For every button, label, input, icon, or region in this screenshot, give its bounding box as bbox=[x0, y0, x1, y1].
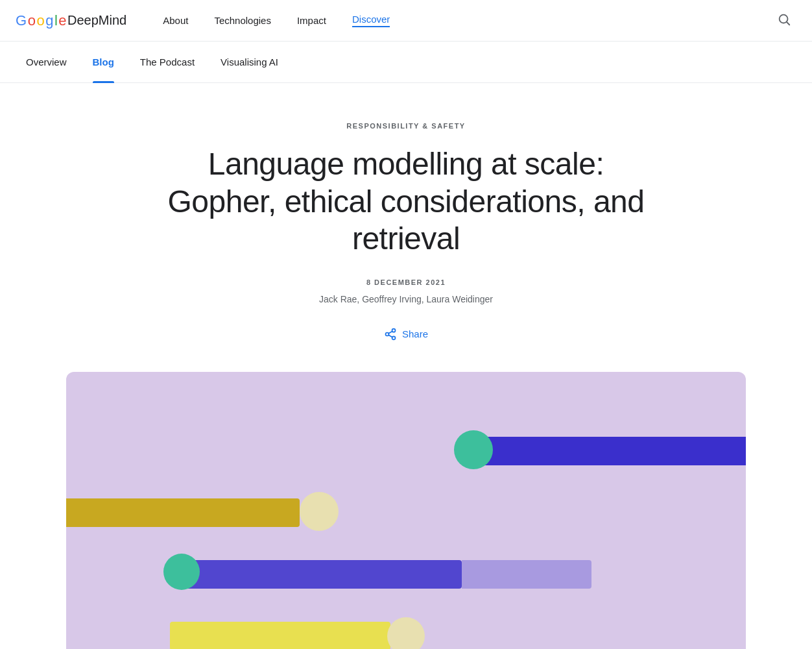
google-g-green: l bbox=[54, 12, 57, 29]
nav-link-about[interactable]: About bbox=[152, 10, 198, 31]
google-g-red: o bbox=[28, 12, 36, 29]
google-g-blue2: g bbox=[45, 12, 53, 29]
google-g-yellow: o bbox=[36, 12, 44, 29]
hero-circle-teal-top bbox=[454, 430, 493, 469]
share-icon bbox=[384, 328, 397, 341]
hero-bar-yellow-mid bbox=[66, 498, 300, 527]
svg-line-1 bbox=[787, 22, 789, 25]
hero-bar-purple-mid-ext bbox=[462, 560, 591, 589]
svg-point-0 bbox=[780, 14, 788, 23]
sub-nav-blog[interactable]: Blog bbox=[82, 42, 125, 83]
hero-bar-lime-bottom bbox=[170, 622, 390, 649]
article-authors: Jack Rae, Geoffrey Irving, Laura Weiding… bbox=[319, 294, 493, 304]
sub-navigation: Overview Blog The Podcast Visualising AI bbox=[0, 42, 812, 83]
article-title: Language modelling at scale: Gopher, eth… bbox=[160, 145, 652, 258]
share-label: Share bbox=[402, 328, 428, 339]
nav-link-discover[interactable]: Discover bbox=[342, 8, 400, 32]
nav-link-impact[interactable]: Impact bbox=[287, 10, 337, 31]
hero-circle-teal-mid bbox=[163, 554, 200, 590]
article-date: 8 DECEMBER 2021 bbox=[366, 278, 446, 286]
top-navigation: Google DeepMind About Technologies Impac… bbox=[0, 0, 812, 42]
main-nav-links: About Technologies Impact Discover bbox=[152, 8, 772, 32]
hero-bar-purple-top bbox=[473, 437, 746, 465]
logo[interactable]: Google DeepMind bbox=[16, 12, 126, 29]
sub-nav-podcast[interactable]: The Podcast bbox=[130, 42, 205, 83]
main-content: RESPONSIBILITY & SAFETY Language modelli… bbox=[0, 83, 812, 649]
sub-nav-visualising-ai[interactable]: Visualising AI bbox=[210, 42, 289, 83]
svg-line-6 bbox=[388, 331, 392, 333]
hero-bar-purple-mid bbox=[183, 560, 462, 589]
search-button[interactable] bbox=[772, 7, 796, 34]
google-g-blue: G bbox=[16, 12, 27, 29]
hero-image bbox=[66, 372, 746, 649]
google-logo: Google bbox=[16, 12, 66, 29]
search-icon bbox=[777, 12, 791, 27]
google-g-red2: e bbox=[58, 12, 66, 29]
nav-link-technologies[interactable]: Technologies bbox=[204, 10, 281, 31]
share-button[interactable]: Share bbox=[374, 323, 438, 346]
article-category: RESPONSIBILITY & SAFETY bbox=[346, 122, 465, 130]
sub-nav-overview[interactable]: Overview bbox=[16, 42, 77, 83]
deepmind-label: DeepMind bbox=[67, 13, 126, 28]
svg-line-5 bbox=[388, 335, 392, 337]
hero-circle-cream-mid bbox=[300, 492, 339, 531]
hero-circle-cream-bottom bbox=[387, 617, 425, 649]
